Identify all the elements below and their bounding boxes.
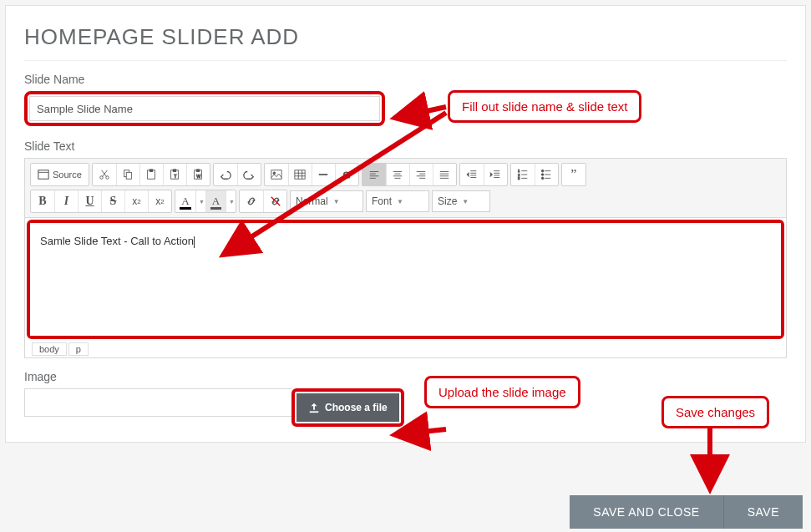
svg-point-56 (542, 174, 545, 176)
save-button[interactable]: SAVE (723, 495, 803, 529)
annotation-highlight-slide-name (24, 91, 385, 126)
svg-text:W: W (197, 174, 201, 179)
numbered-list-button[interactable]: 123 (511, 164, 535, 185)
svg-text:T: T (174, 174, 177, 179)
source-label: Source (53, 170, 82, 180)
hr-button[interactable] (312, 164, 335, 185)
outdent-button[interactable] (460, 164, 484, 185)
bg-color-button[interactable]: A (205, 190, 226, 212)
svg-rect-11 (174, 170, 177, 172)
path-p[interactable]: p (68, 342, 89, 356)
save-and-close-button[interactable]: SAVE AND CLOSE (570, 495, 722, 529)
copy-button[interactable] (116, 164, 139, 185)
paste-word-button[interactable]: W (186, 164, 210, 185)
indent-button[interactable] (484, 164, 507, 185)
annotation-callout-top: Fill out slide name & slide text (448, 90, 641, 123)
table-button[interactable] (288, 164, 312, 185)
link-button[interactable] (240, 190, 263, 212)
svg-rect-16 (271, 170, 281, 180)
choose-file-label: Choose a file (325, 402, 388, 413)
svg-point-17 (273, 172, 276, 175)
svg-line-4 (101, 170, 106, 177)
editor-toolbar: Source T W Ω (25, 159, 786, 218)
align-right-button[interactable] (409, 164, 433, 185)
svg-rect-62 (310, 411, 319, 413)
slide-text-label: Slide Text (24, 139, 787, 153)
svg-text:3: 3 (518, 176, 520, 180)
undo-button[interactable] (214, 164, 237, 185)
paragraph-format-value: Normal (296, 195, 328, 207)
slide-name-label: Slide Name (24, 73, 787, 86)
unlink-button[interactable] (263, 190, 286, 212)
image-button[interactable] (265, 164, 288, 185)
paste-text-button[interactable]: T (163, 164, 186, 185)
svg-text:Ω: Ω (343, 170, 350, 180)
size-select[interactable]: Size▼ (432, 190, 490, 212)
text-color-button[interactable]: A (175, 190, 195, 212)
special-char-button[interactable]: Ω (335, 164, 358, 185)
annotation-highlight-choose-file: Choose a file (291, 388, 404, 427)
choose-file-button[interactable]: Choose a file (297, 393, 399, 422)
source-button[interactable]: Source (31, 164, 89, 185)
upload-icon (308, 402, 320, 413)
svg-line-5 (102, 170, 107, 177)
annotation-highlight-content: Samle Slide Text - Call to Action (27, 220, 784, 339)
page-title: HOMEPAGE SLIDER ADD (24, 24, 787, 50)
footer-actions: SAVE AND CLOSE SAVE (570, 495, 803, 529)
rich-text-editor: Source T W Ω (24, 158, 787, 358)
svg-rect-7 (127, 172, 132, 179)
align-justify-button[interactable] (433, 164, 456, 185)
annotation-callout-mid: Upload the slide image (424, 376, 580, 408)
underline-button[interactable]: U (78, 190, 101, 212)
size-select-value: Size (438, 195, 457, 207)
blockquote-button[interactable]: ” (562, 164, 585, 185)
subscript-button[interactable]: x2 (124, 190, 148, 212)
caret-icon: ▼ (462, 198, 469, 205)
align-center-button[interactable] (386, 164, 409, 185)
image-path-input[interactable] (24, 388, 291, 417)
editor-text: Samle Slide Text - Call to Action (40, 235, 194, 247)
caret-icon: ▼ (333, 198, 340, 205)
svg-point-57 (542, 177, 545, 180)
image-label: Image (24, 370, 787, 383)
editor-content[interactable]: Samle Slide Text - Call to Action (30, 223, 781, 336)
svg-rect-18 (295, 170, 305, 180)
font-select-value: Font (372, 195, 392, 207)
paragraph-format-select[interactable]: Normal▼ (290, 190, 363, 212)
svg-rect-9 (150, 170, 154, 172)
divider (24, 60, 787, 61)
paste-button[interactable] (139, 164, 163, 185)
align-left-button[interactable] (362, 164, 386, 185)
svg-point-55 (542, 170, 545, 172)
path-body[interactable]: body (32, 342, 67, 356)
bold-button[interactable]: B (31, 190, 54, 212)
bg-color-dropdown[interactable]: ▼ (226, 190, 236, 212)
superscript-button[interactable]: x2 (148, 190, 171, 212)
annotation-callout-right: Save changes (661, 396, 769, 428)
bullet-list-button[interactable] (535, 164, 558, 185)
redo-button[interactable] (237, 164, 261, 185)
strike-button[interactable]: S (101, 190, 124, 212)
caret-icon: ▼ (397, 198, 403, 205)
text-color-dropdown[interactable]: ▼ (195, 190, 205, 212)
editor-elements-path: body p (25, 341, 786, 357)
slide-name-input[interactable] (29, 96, 380, 121)
svg-rect-14 (197, 170, 200, 172)
svg-rect-0 (38, 170, 48, 180)
cut-button[interactable] (93, 164, 116, 185)
font-select[interactable]: Font▼ (366, 190, 429, 212)
italic-button[interactable]: I (54, 190, 78, 212)
